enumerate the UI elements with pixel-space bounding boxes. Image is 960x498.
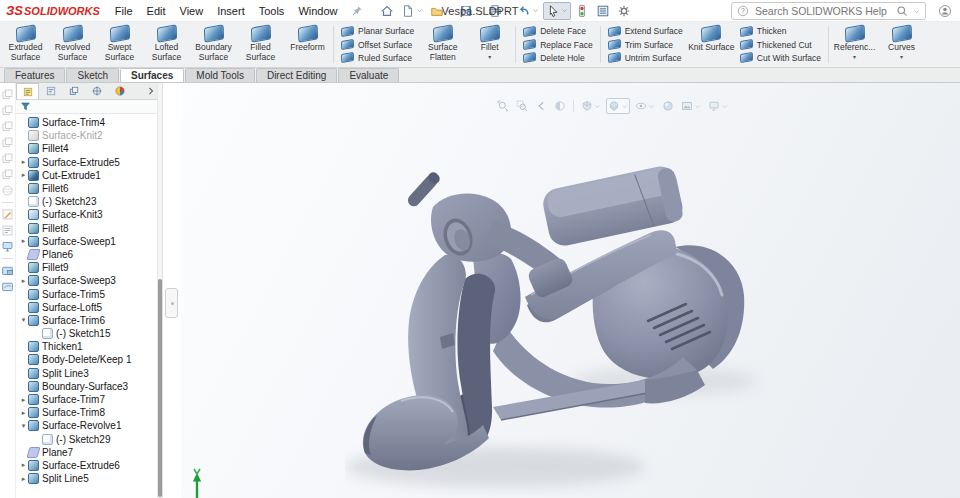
view-orientation-button[interactable]: [579, 98, 603, 114]
delete-face-button[interactable]: Delete Face: [523, 26, 592, 36]
tab-mold-tools[interactable]: Mold Tools: [185, 68, 255, 82]
ghost-cube-button[interactable]: [1, 152, 14, 165]
menu-file[interactable]: File: [108, 5, 140, 17]
panel-tab-featuremanager[interactable]: [16, 83, 39, 99]
undo-button[interactable]: [514, 2, 542, 20]
tree-item-cut-extrude1[interactable]: ▸Cut-Extrude1: [16, 169, 162, 182]
offset-surface-button[interactable]: Offset Surface: [341, 40, 414, 50]
tab-sketch[interactable]: Sketch: [66, 68, 119, 82]
open-button[interactable]: [427, 2, 455, 20]
previous-view-button[interactable]: [533, 98, 549, 114]
extend-surface-button[interactable]: Extend Surface: [608, 26, 683, 36]
splitter-grip[interactable]: [165, 288, 178, 318]
untrim-surface-button[interactable]: Untrim Surface: [608, 53, 683, 63]
tree-item-surface-knit2[interactable]: Surface-Knit2: [16, 129, 162, 142]
freeform-button[interactable]: Freeform: [284, 23, 331, 66]
search-icon[interactable]: [896, 5, 908, 17]
note-edit-button[interactable]: [1, 224, 14, 237]
tree-item-surface-trim4[interactable]: Surface-Trim4: [16, 116, 162, 129]
tree-filter-bar[interactable]: [16, 100, 162, 114]
thicken-button[interactable]: Thicken: [740, 26, 821, 36]
fillet-button[interactable]: Fillet▾: [466, 23, 513, 66]
cut-with-surface-button[interactable]: Cut With Surface: [740, 53, 821, 63]
tree-item-split-line3[interactable]: Split Line3: [16, 367, 162, 380]
apply-scene-button[interactable]: [679, 98, 703, 114]
surface-flatten-button[interactable]: Surface Flatten: [419, 23, 466, 66]
tree-item-thicken1[interactable]: Thicken1: [16, 340, 162, 353]
tab-direct-editing[interactable]: Direct Editing: [256, 68, 337, 82]
ghost-cube-button[interactable]: [1, 88, 14, 101]
tree-item-surface-sweep1[interactable]: ▸Surface-Sweep1: [16, 235, 162, 248]
menu-view[interactable]: View: [173, 5, 211, 17]
thickened-cut-button[interactable]: Thickened Cut: [740, 40, 821, 50]
referenc-button[interactable]: Referenc...▾: [831, 23, 878, 66]
print-button[interactable]: [485, 2, 513, 20]
sketch-edit-button[interactable]: [1, 208, 14, 221]
tree-item-surface-sweep3[interactable]: ▸Surface-Sweep3: [16, 274, 162, 287]
panel-splitter[interactable]: [164, 83, 181, 498]
tree-item-surface-trim5[interactable]: Surface-Trim5: [16, 287, 162, 300]
tree-item-plane7[interactable]: Plane7: [16, 446, 162, 459]
new-document-button[interactable]: [398, 2, 426, 20]
tree-scrollbar-thumb[interactable]: [158, 279, 162, 497]
ghost-cube-button[interactable]: [1, 168, 14, 181]
panel-tab-propertymanager[interactable]: [39, 83, 62, 99]
curves-button[interactable]: Curves▾: [878, 23, 925, 66]
expand-arrow[interactable]: ▸: [19, 396, 28, 404]
tree-item-split-line5[interactable]: ▸Split Line5: [16, 472, 162, 485]
lofted-surface-button[interactable]: Lofted Surface: [143, 23, 190, 66]
tree-item-plane6[interactable]: Plane6: [16, 248, 162, 261]
planar-surface-button[interactable]: Planar Surface: [341, 26, 414, 36]
ghost-sphere-button[interactable]: [1, 184, 14, 197]
rebuild-button[interactable]: [572, 2, 592, 20]
panel-tab-configurations[interactable]: [62, 83, 85, 99]
expand-arrow[interactable]: ▾: [19, 316, 28, 324]
swept-surface-button[interactable]: Swept Surface: [96, 23, 143, 66]
help-search[interactable]: ?: [731, 2, 926, 20]
tree-item-surface-extrude5[interactable]: ▸Surface-Extrude5: [16, 156, 162, 169]
pin-icon[interactable]: [351, 5, 363, 17]
tree-item-fillet6[interactable]: Fillet6: [16, 182, 162, 195]
expand-arrow[interactable]: ▸: [19, 158, 28, 166]
filled-surface-button[interactable]: Filled Surface: [237, 23, 284, 66]
monitor-tool-button[interactable]: [1, 240, 14, 253]
display-style-button[interactable]: [606, 98, 630, 114]
tree-item-sketch29[interactable]: (-) Sketch29: [16, 433, 162, 446]
expand-arrow[interactable]: ▸: [19, 461, 28, 469]
menu-edit[interactable]: Edit: [140, 5, 173, 17]
options-list-button[interactable]: [593, 2, 613, 20]
expand-arrow[interactable]: ▸: [19, 237, 28, 245]
ghost-cube-button[interactable]: [1, 104, 14, 117]
expand-arrow[interactable]: ▸: [19, 171, 28, 179]
menu-insert[interactable]: Insert: [210, 5, 252, 17]
ghost-cube-button[interactable]: [1, 136, 14, 149]
ghost-cube-button[interactable]: [1, 120, 14, 133]
expand-arrow[interactable]: ▸: [19, 277, 28, 285]
tab-features[interactable]: Features: [4, 68, 65, 82]
edit-appearance-button[interactable]: [660, 98, 676, 114]
expand-arrow[interactable]: ▸: [19, 475, 28, 483]
revolved-surface-button[interactable]: Revolved Surface: [49, 23, 96, 66]
chevron-down-icon[interactable]: [913, 8, 920, 15]
delete-hole-button[interactable]: Delete Hole: [523, 53, 592, 63]
tree-item-surface-knit3[interactable]: Surface-Knit3: [16, 208, 162, 221]
panel-tab-displaymanager[interactable]: [108, 83, 131, 99]
menu-window[interactable]: Window: [291, 5, 344, 17]
tree-item-boundary-surface3[interactable]: Boundary-Surface3: [16, 380, 162, 393]
trim-surface-button[interactable]: Trim Surface: [608, 40, 683, 50]
tree-item-surface-loft5[interactable]: Surface-Loft5: [16, 301, 162, 314]
panel-tab-dimxpert[interactable]: [85, 83, 108, 99]
hide-show-items-button[interactable]: [633, 98, 657, 114]
tab-evaluate[interactable]: Evaluate: [338, 68, 399, 82]
tree-item-sketch23[interactable]: (-) Sketch23: [16, 195, 162, 208]
zoom-area-button[interactable]: [514, 98, 530, 114]
tree-item-surface-trim8[interactable]: ▸Surface-Trim8: [16, 406, 162, 419]
tree-item-fillet9[interactable]: Fillet9: [16, 261, 162, 274]
surface-folder-button[interactable]: [1, 280, 14, 293]
tree-item-fillet8[interactable]: Fillet8: [16, 222, 162, 235]
home-button[interactable]: [377, 2, 397, 20]
tree-item-body-delete-keep-1[interactable]: Body-Delete/Keep 1: [16, 353, 162, 366]
boundary-surface-button[interactable]: Boundary Surface: [190, 23, 237, 66]
select-cursor-button[interactable]: [543, 2, 571, 20]
tree-item-surface-extrude6[interactable]: ▸Surface-Extrude6: [16, 459, 162, 472]
